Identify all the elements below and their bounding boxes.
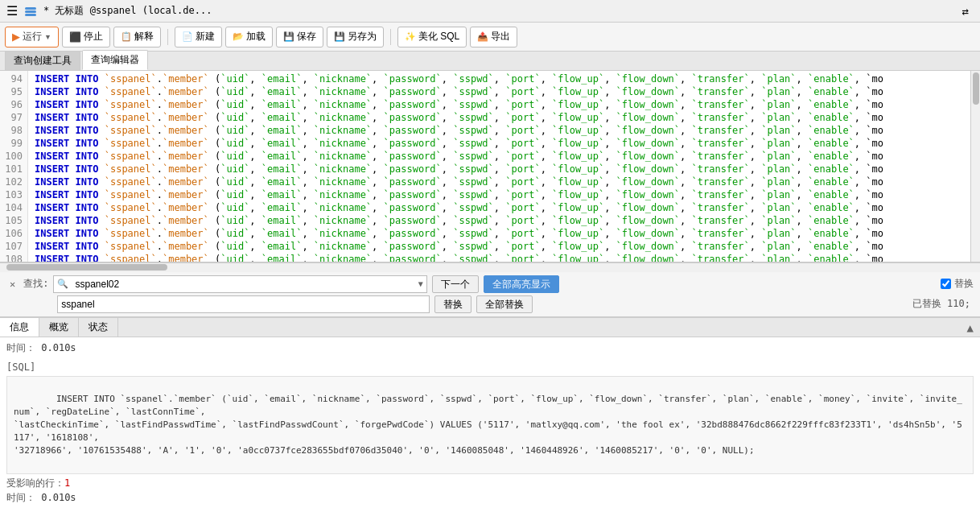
search-dropdown-icon[interactable]: ▼ — [415, 279, 426, 288]
bottom-panel: 信息 概览 状态 ▲ 时间： 0.010s [SQL] INSERT INTO … — [0, 317, 980, 509]
explain-label: 解释 — [134, 30, 154, 43]
affected-row-line: 受影响的行：1 — [6, 476, 974, 490]
editor-content: 9495969798991001011021031041051061071081… — [0, 71, 980, 262]
replace-button[interactable]: 替换 — [434, 295, 471, 313]
replace-all-button[interactable]: 全部替换 — [476, 295, 533, 313]
explain-button[interactable]: 📋 解释 — [113, 27, 161, 47]
menu-icon[interactable]: ☰ — [6, 3, 18, 19]
sql-tag: [SQL] — [6, 361, 35, 373]
line-number: 108 — [5, 253, 23, 262]
line-number: 103 — [5, 188, 23, 201]
code-line: INSERT INTO `sspanel`.`member` (`uid`, `… — [35, 163, 974, 176]
code-line: INSERT INTO `sspanel`.`member` (`uid`, `… — [35, 150, 974, 163]
save-icon: 💾 — [283, 31, 294, 42]
svg-rect-1 — [25, 10, 36, 13]
code-line: INSERT INTO `sspanel`.`member` (`uid`, `… — [35, 188, 974, 201]
code-line: INSERT INTO `sspanel`.`member` (`uid`, `… — [35, 214, 974, 227]
line-number: 99 — [5, 137, 23, 150]
find-label: 查找: — [23, 277, 48, 291]
time-line-1: 时间： 0.010s — [6, 341, 974, 355]
svg-rect-2 — [25, 14, 36, 16]
tab-query-builder[interactable]: 查询创建工具 — [5, 51, 80, 70]
replace-label: 替换 — [954, 277, 974, 291]
editor-area[interactable]: 9495969798991001011021031041051061071081… — [0, 71, 980, 262]
explain-icon: 📋 — [121, 31, 132, 42]
separator-1 — [167, 29, 168, 45]
replace-checkbox[interactable] — [941, 279, 951, 289]
title-bar: ☰ * 无标题 @sspanel (local.de... ⇄ — [0, 0, 980, 23]
saveas-button[interactable]: 💾 另存为 — [327, 27, 384, 47]
search-row-replace: 替换: 替换 全部替换 已替换 110; — [6, 295, 974, 313]
next-button[interactable]: 下一个 — [432, 275, 479, 293]
tab-bar: 查询创建工具 查询编辑器 — [0, 52, 980, 71]
line-number: 101 — [5, 163, 23, 176]
line-number: 96 — [5, 98, 23, 111]
load-icon: 📂 — [233, 31, 244, 42]
h-scroll-thumb[interactable] — [6, 264, 167, 271]
beautify-icon: ✨ — [405, 31, 416, 42]
export-icon: 📤 — [477, 31, 488, 42]
separator-2 — [390, 29, 391, 45]
load-button[interactable]: 📂 加载 — [225, 27, 273, 47]
tab-spacer — [118, 318, 961, 337]
line-number: 97 — [5, 111, 23, 124]
new-button[interactable]: 📄 新建 — [175, 27, 222, 47]
sql-block: INSERT INTO `sspanel`.`member` (`uid`, `… — [6, 376, 974, 474]
title-bar-right: ⇄ — [957, 5, 974, 18]
vertical-scrollbar[interactable] — [970, 71, 980, 262]
beautify-button[interactable]: ✨ 美化 SQL — [397, 27, 467, 47]
line-numbers: 9495969798991001011021031041051061071081… — [0, 71, 28, 262]
search-close-button[interactable]: ✕ — [6, 279, 19, 290]
saveas-label: 另存为 — [348, 30, 377, 43]
search-bar: ✕ 查找: 🔍 ▼ 下一个 全部高亮显示 替换 替换: 替换 全部替换 — [0, 272, 980, 317]
code-line: INSERT INTO `sspanel`.`member` (`uid`, `… — [35, 85, 974, 98]
line-number: 94 — [5, 72, 23, 85]
code-line: INSERT INTO `sspanel`.`member` (`uid`, `… — [35, 98, 974, 111]
export-label: 导出 — [491, 30, 510, 43]
main-layout: ☰ * 无标题 @sspanel (local.de... ⇄ ▶ 运行 ▼ ⬛… — [0, 0, 980, 508]
code-line: INSERT INTO `sspanel`.`member` (`uid`, `… — [35, 227, 974, 240]
run-play-icon: ▶ — [12, 31, 20, 43]
code-line: INSERT INTO `sspanel`.`member` (`uid`, `… — [35, 72, 974, 85]
highlight-all-button[interactable]: 全部高亮显示 — [484, 275, 559, 293]
replaced-count: 已替换 110; — [912, 297, 974, 311]
run-button[interactable]: ▶ 运行 ▼ — [5, 27, 59, 47]
line-number: 98 — [5, 124, 23, 137]
db-icon — [24, 5, 37, 18]
search-input[interactable] — [72, 276, 414, 292]
tab-status[interactable]: 状态 — [79, 318, 118, 337]
line-number: 95 — [5, 85, 23, 98]
sql-content: INSERT INTO `sspanel`.`member` (`uid`, `… — [14, 394, 962, 456]
replace-input-wrap — [57, 295, 429, 313]
line-number: 107 — [5, 240, 23, 253]
code-line: INSERT INTO `sspanel`.`member` (`uid`, `… — [35, 201, 974, 214]
horizontal-scrollbar[interactable] — [0, 262, 980, 272]
code-line: INSERT INTO `sspanel`.`member` (`uid`, `… — [35, 137, 974, 150]
title-text: * 无标题 @sspanel (local.de... — [43, 4, 212, 18]
stop-icon: ⬛ — [69, 31, 81, 43]
code-lines[interactable]: INSERT INTO `sspanel`.`member` (`uid`, `… — [28, 71, 980, 262]
affected-value: 1 — [64, 477, 70, 489]
collapse-button[interactable]: ▲ — [961, 318, 980, 337]
line-number: 106 — [5, 227, 23, 240]
line-number: 104 — [5, 201, 23, 214]
line-number: 105 — [5, 214, 23, 227]
save-label: 保存 — [297, 30, 316, 43]
tab-info[interactable]: 信息 — [0, 318, 39, 337]
svg-rect-0 — [25, 7, 36, 10]
v-scroll-thumb[interactable] — [973, 72, 979, 105]
stop-button[interactable]: ⬛ 停止 — [62, 27, 110, 47]
export-button[interactable]: 📤 导出 — [470, 27, 517, 47]
new-label: 新建 — [196, 30, 215, 43]
tab-overview[interactable]: 概览 — [39, 318, 79, 337]
line-number: 100 — [5, 150, 23, 163]
info-tabs: 信息 概览 状态 ▲ — [0, 318, 980, 337]
transfer-icon[interactable]: ⇄ — [957, 3, 974, 19]
tab-query-editor[interactable]: 查询编辑器 — [82, 50, 148, 70]
replace-input[interactable] — [58, 296, 428, 312]
run-dropdown-icon[interactable]: ▼ — [44, 33, 51, 41]
code-line: INSERT INTO `sspanel`.`member` (`uid`, `… — [35, 240, 974, 253]
search-magnify-icon: 🔍 — [54, 279, 72, 289]
time-value-1: 0.010s — [41, 342, 76, 353]
save-button[interactable]: 💾 保存 — [276, 27, 323, 47]
